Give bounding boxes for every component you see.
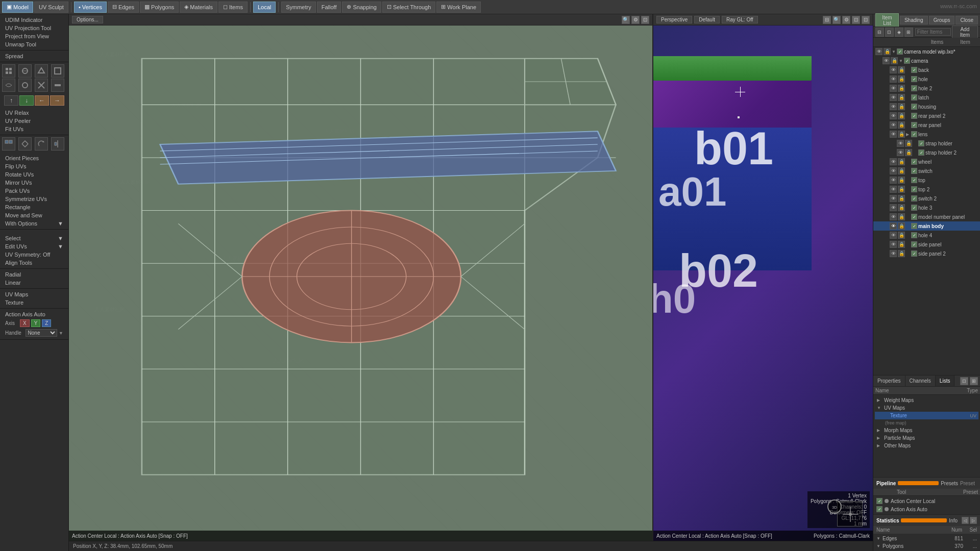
prop-uv-maps[interactable]: ▼ UV Maps bbox=[875, 404, 978, 412]
tree-item-rear-panel-2[interactable]: 👁 🔒 ▶ ✓ rear panel 2 bbox=[873, 111, 980, 120]
tree-item-latch[interactable]: 👁 🔒 ▶ ✓ latch bbox=[873, 93, 980, 102]
check-latch[interactable]: ✓ bbox=[911, 94, 917, 101]
lock-icon-back[interactable]: 🔒 bbox=[898, 66, 905, 73]
prop-texture[interactable]: ▶ Texture UV bbox=[875, 412, 978, 419]
grid-icon-6[interactable] bbox=[18, 79, 32, 92]
check-switch2[interactable]: ✓ bbox=[911, 195, 917, 202]
tree-item-back[interactable]: 👁 🔒 ▶ ✓ back bbox=[873, 65, 980, 74]
falloff-btn[interactable]: Falloff bbox=[317, 2, 341, 13]
check-camera-model[interactable]: ✓ bbox=[897, 48, 903, 55]
lock-icon-main-body[interactable]: 🔒 bbox=[898, 222, 905, 230]
check-wheel[interactable]: ✓ bbox=[911, 159, 917, 165]
eye-icon-lens[interactable]: 👁 bbox=[890, 131, 897, 138]
pipeline-check-1[interactable]: ✓ bbox=[876, 498, 883, 504]
symmetry-btn[interactable]: Symmetry bbox=[281, 2, 316, 13]
vertices-btn[interactable]: • Vertices bbox=[74, 2, 107, 13]
check-hole2[interactable]: ✓ bbox=[911, 85, 917, 91]
eye-icon-hole[interactable]: 👁 bbox=[890, 76, 897, 83]
uv-peeler-btn[interactable]: UV Peeler bbox=[3, 117, 65, 125]
tree-item-switch2[interactable]: 👁 🔒 ▶ ✓ switch 2 bbox=[873, 194, 980, 203]
axis-x-btn[interactable]: X bbox=[20, 319, 30, 327]
uv-settings-icon[interactable]: ⚙ bbox=[631, 16, 640, 24]
grid-icon-3[interactable] bbox=[35, 64, 48, 78]
work-plane-btn[interactable]: ⊞ Work Plane bbox=[436, 2, 481, 13]
prop-particle-maps[interactable]: ▶ Particle Maps bbox=[875, 434, 978, 442]
persp-content[interactable]: b01 a01 b02 h0 1 Vertex Polygons : Catmu… bbox=[653, 26, 873, 541]
lock-icon-hole[interactable]: 🔒 bbox=[898, 76, 905, 83]
lock-icon-wheel[interactable]: 🔒 bbox=[898, 158, 905, 165]
lock-icon-lens[interactable]: 🔒 bbox=[898, 131, 905, 138]
lock-icon-switch[interactable]: 🔒 bbox=[898, 167, 905, 174]
lock-icon-strap-holder-2[interactable]: 🔒 bbox=[905, 149, 912, 156]
tree-item-switch[interactable]: 👁 🔒 ▶ ✓ switch bbox=[873, 166, 980, 176]
edges-expand[interactable]: ▼ bbox=[876, 536, 881, 541]
model-mode-btn[interactable]: ▣ Model bbox=[2, 2, 33, 13]
lock-icon-rear-panel[interactable]: 🔒 bbox=[898, 121, 905, 129]
tree-item-strap-holder-2[interactable]: 👁 🔒 ▶ ✓ strap holder 2 bbox=[873, 148, 980, 157]
udim-indicator[interactable]: UDIM Indicator bbox=[3, 16, 65, 24]
prop-free-map[interactable]: (free map) bbox=[875, 419, 978, 427]
eye-icon-back[interactable]: 👁 bbox=[890, 66, 897, 73]
texture-btn[interactable]: Texture bbox=[3, 298, 65, 307]
persp-icon-3[interactable]: ⚙ bbox=[842, 16, 850, 24]
edit-uvs-btn[interactable]: Edit UVs ▼ bbox=[3, 242, 65, 251]
uv-sculpt-btn[interactable]: UV Sculpt bbox=[34, 2, 68, 13]
check-hole[interactable]: ✓ bbox=[911, 76, 917, 82]
tree-item-rear-panel[interactable]: 👁 🔒 ▶ ✓ rear panel bbox=[873, 120, 980, 130]
eye-icon-top2[interactable]: 👁 bbox=[890, 186, 897, 193]
grid-icon-8[interactable] bbox=[51, 79, 64, 92]
info-label[interactable]: Info bbox=[949, 518, 958, 523]
items-btn[interactable]: ◻ Items bbox=[218, 2, 248, 13]
grid-icon-4[interactable] bbox=[51, 64, 64, 78]
align-tools-btn[interactable]: Align Tools bbox=[3, 259, 65, 267]
eye-icon-strap-holder-2[interactable]: 👁 bbox=[897, 149, 904, 156]
snapping-btn[interactable]: ⊕ Snapping bbox=[342, 2, 381, 13]
lock-icon-camera-model[interactable]: 🔒 bbox=[884, 48, 891, 55]
uv-maximize-icon[interactable]: ⊡ bbox=[641, 16, 649, 24]
eye-icon-top[interactable]: 👁 bbox=[890, 177, 897, 184]
handle-select[interactable]: None bbox=[26, 329, 58, 337]
zoom-icon[interactable]: 🔍 bbox=[622, 16, 630, 24]
tree-arrow-camera[interactable]: ▼ bbox=[899, 59, 903, 63]
channels-tab[interactable]: Channels bbox=[905, 375, 936, 386]
item-toolbar-icon-2[interactable]: ⊡ bbox=[885, 28, 894, 37]
check-main-body[interactable]: ✓ bbox=[911, 223, 917, 229]
uv-options-btn[interactable]: Options... bbox=[72, 16, 103, 23]
rectangle-btn[interactable]: Rectangle bbox=[3, 203, 65, 211]
arrow-up[interactable]: ↑ bbox=[4, 95, 18, 106]
tree-arrow-lens[interactable]: ▶ bbox=[906, 132, 910, 137]
flip-uvs-icon[interactable] bbox=[18, 137, 32, 151]
tree-item-side-panel-2[interactable]: 👁 🔒 ▶ ✓ side panel 2 bbox=[873, 249, 980, 258]
prop-morph-maps[interactable]: ▶ Morph Maps bbox=[875, 427, 978, 434]
eye-icon-rear-panel-2[interactable]: 👁 bbox=[890, 112, 897, 119]
symmetrize-uvs-btn[interactable]: Symmetrize UVs bbox=[3, 195, 65, 203]
uv-viewport[interactable]: Options... 🔍 ⚙ ⊡ 人人素材社区 人人素材社区 人人素材社区 人人… bbox=[69, 14, 653, 541]
close-tab[interactable]: Close bbox=[955, 16, 978, 24]
add-item-btn[interactable]: Add Item bbox=[952, 26, 978, 39]
pipeline-row-2[interactable]: ✓ Action Axis Auto bbox=[873, 505, 980, 513]
grid-icon-7[interactable] bbox=[35, 79, 48, 92]
orient-pieces-icon[interactable] bbox=[2, 137, 15, 151]
lock-icon-hole3[interactable]: 🔒 bbox=[898, 204, 905, 211]
stats-icon-1[interactable]: ◁ bbox=[962, 517, 969, 524]
grid-icon-1[interactable] bbox=[2, 64, 15, 78]
materials-btn[interactable]: ◈ Materials bbox=[180, 2, 217, 13]
check-model-num[interactable]: ✓ bbox=[911, 214, 917, 220]
tree-item-top[interactable]: 👁 🔒 ▶ ✓ top bbox=[873, 176, 980, 185]
stats-icon-2[interactable]: ▷ bbox=[970, 517, 977, 524]
prop-icon-1[interactable]: ⊡ bbox=[960, 377, 968, 385]
check-strap-holder[interactable]: ✓ bbox=[918, 140, 924, 146]
lock-icon-side-panel[interactable]: 🔒 bbox=[898, 241, 905, 248]
default-btn[interactable]: Default bbox=[694, 16, 720, 23]
lock-icon-top[interactable]: 🔒 bbox=[898, 177, 905, 184]
lock-icon-strap-holder[interactable]: 🔒 bbox=[905, 140, 912, 147]
uv-relax-btn[interactable]: UV Relax bbox=[3, 109, 65, 117]
arrow-right-orange[interactable]: → bbox=[50, 95, 64, 106]
with-options-btn[interactable]: With Options ▼ bbox=[3, 219, 65, 228]
linear-btn[interactable]: Linear bbox=[3, 279, 65, 287]
check-hole4[interactable]: ✓ bbox=[911, 232, 917, 238]
persp-icon-5[interactable]: ⊡ bbox=[862, 16, 870, 24]
lock-icon-model-num[interactable]: 🔒 bbox=[898, 213, 905, 220]
eye-icon-latch[interactable]: 👁 bbox=[890, 94, 897, 101]
tree-item-camera-model[interactable]: 👁 🔒 ▼ ✓ camera model wip.lxo* bbox=[873, 47, 980, 56]
